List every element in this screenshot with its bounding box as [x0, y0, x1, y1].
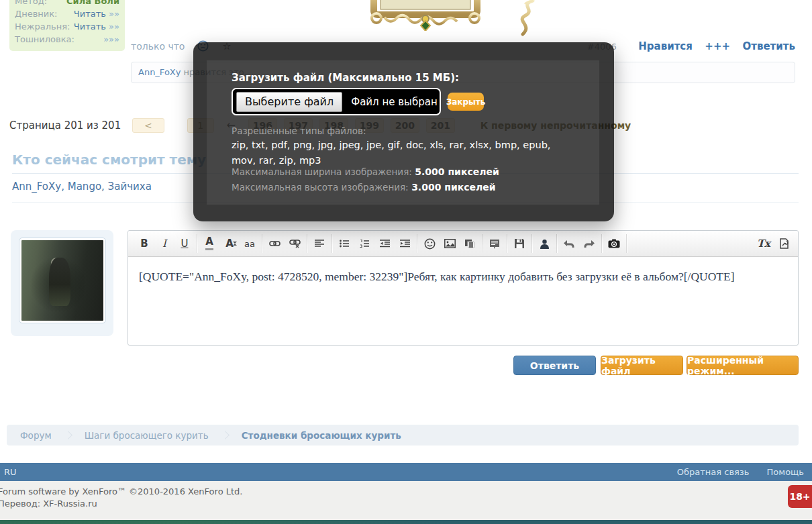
- method-label: Метод:: [15, 0, 47, 7]
- ordered-list-button[interactable]: [354, 234, 374, 253]
- prev-page-button[interactable]: <: [132, 118, 164, 133]
- unordered-list-button[interactable]: [334, 234, 354, 253]
- reply-avatar-panel: [11, 230, 113, 336]
- smilies-button[interactable]: [419, 234, 440, 253]
- save-draft-button[interactable]: [509, 234, 529, 253]
- upload-file-button[interactable]: Загрузить файл: [601, 356, 683, 375]
- nezhralnya-read-link[interactable]: Читать: [74, 21, 106, 32]
- redo-button[interactable]: [579, 234, 599, 253]
- bottom-blue-bar: RU Обратная связь Помощь: [0, 463, 812, 481]
- max-width-value: 5.000 пикселей: [415, 166, 499, 177]
- alignment-button[interactable]: [309, 234, 329, 253]
- max-height-value: 3.000 пикселей: [411, 182, 496, 193]
- person-icon: [540, 239, 550, 249]
- allowed-types-label: Разрешённые типы файлов:: [232, 125, 366, 136]
- film-icon: [464, 239, 475, 249]
- remove-formatting-button[interactable]: Tx: [754, 234, 774, 253]
- max-width-label: Максимальная ширина изображения:: [232, 166, 412, 177]
- wrench-page-icon: [779, 238, 789, 249]
- indent-icon: [400, 240, 410, 248]
- quote-icon: [489, 239, 500, 249]
- reply-button[interactable]: Ответить: [513, 356, 596, 375]
- toshnilovka-label: Тошниловка:: [15, 33, 74, 46]
- indent-button[interactable]: [395, 234, 415, 253]
- feedback-link[interactable]: Обратная связь: [677, 467, 750, 477]
- insert-media-button[interactable]: [460, 234, 480, 253]
- method-value: Сила Воли: [66, 0, 119, 7]
- teal-bottom-bar: [0, 520, 812, 524]
- bbcode-source-button[interactable]: [774, 234, 794, 253]
- bullet-list-icon: [340, 240, 349, 248]
- bold-button[interactable]: B: [134, 234, 154, 253]
- no-file-chosen-label: Файл не выбран: [351, 96, 437, 108]
- text-color-button[interactable]: A: [199, 234, 219, 253]
- editor-toolbar: B I U A A aa: [128, 231, 798, 257]
- diary-arrows: »»: [109, 9, 119, 19]
- reply-link[interactable]: Ответить: [743, 40, 796, 52]
- diary-read-link[interactable]: Читать: [74, 9, 106, 19]
- language-selector[interactable]: RU: [4, 467, 17, 477]
- smiley-icon: [424, 238, 436, 250]
- forum-page: Метод: Сила Воли Дневник: Читать »» Нежр…: [0, 0, 812, 524]
- redo-icon: [583, 239, 595, 248]
- age-18-badge: 18+: [788, 485, 812, 508]
- font-family-button[interactable]: aa: [240, 234, 260, 253]
- link-icon: [269, 240, 281, 248]
- align-icon: [315, 240, 324, 248]
- file-input[interactable]: Выберите файл Файл не выбран: [232, 88, 441, 115]
- diary-label: Дневник:: [15, 7, 58, 20]
- liker-username-link[interactable]: Ann_FoXy: [138, 67, 181, 77]
- close-dialog-button[interactable]: Закрыть: [448, 93, 484, 111]
- avatar[interactable]: [19, 238, 105, 323]
- like-link[interactable]: Нравится: [638, 40, 693, 52]
- image-icon: [444, 239, 456, 248]
- camera-icon: [608, 239, 620, 248]
- unlink-icon: [289, 239, 301, 248]
- numbered-list-icon: [360, 240, 369, 248]
- italic-button[interactable]: I: [154, 234, 174, 253]
- insert-image-button[interactable]: [440, 234, 460, 253]
- toshnilovka-arrows: »»»: [103, 33, 119, 46]
- breadcrumb: Форум Шаги бросающего курить Стодневки б…: [7, 425, 799, 446]
- undo-icon: [563, 239, 575, 248]
- max-height-label: Максимальная высота изображения:: [232, 182, 409, 193]
- upload-file-dialog: Загрузить файл (Максимально 15 МБ): Выбе…: [193, 42, 614, 221]
- outdent-icon: [380, 240, 390, 248]
- post-timestamp: только что: [131, 41, 185, 52]
- page-counter-label: Страница 201 из 201: [9, 119, 121, 132]
- breadcrumb-current[interactable]: Стодневки бросающих курить: [228, 430, 415, 441]
- editor-textarea[interactable]: [QUOTE="Ann_FoXy, post: 4728520, member:…: [128, 257, 798, 350]
- user-card-row-nezhralnya: Нежральня: Читать »»: [15, 20, 119, 33]
- underline-button[interactable]: U: [174, 234, 195, 253]
- choose-file-button[interactable]: Выберите файл: [236, 92, 342, 112]
- gold-swirl-decoration: [511, 0, 542, 36]
- reply-actions-row: Ответить Загрузить файл Расширенный режи…: [128, 356, 799, 376]
- advanced-mode-button[interactable]: Расширенный режим...: [687, 356, 799, 375]
- user-info-card: Метод: Сила Воли Дневник: Читать »» Нежр…: [9, 0, 125, 51]
- floppy-save-icon: [514, 238, 525, 249]
- translation-text: Перевод: XF-Russia.ru: [0, 499, 97, 509]
- font-size-button[interactable]: A: [219, 234, 240, 253]
- breadcrumb-forum[interactable]: Форум: [7, 430, 65, 441]
- footer: Forum software by XenForo™ ©2010-2016 Xe…: [0, 481, 812, 520]
- nezhralnya-label: Нежральня:: [15, 20, 70, 33]
- multiquote-link[interactable]: +++: [705, 40, 730, 52]
- breadcrumb-section[interactable]: Шаги бросающего курить: [71, 430, 222, 441]
- insert-link-button[interactable]: [264, 234, 285, 253]
- allowed-types-list: zip, txt, pdf, png, jpg, jpeg, jpe, gif,…: [232, 138, 577, 168]
- undo-button[interactable]: [559, 234, 579, 253]
- nezhralnya-arrows: »»: [109, 21, 119, 32]
- tag-user-button[interactable]: [534, 234, 554, 253]
- screenshot-button[interactable]: [604, 234, 624, 253]
- reply-editor: B I U A A aa: [128, 230, 799, 346]
- dialog-title: Загрузить файл (Максимально 15 МБ):: [232, 72, 459, 84]
- quote-button[interactable]: [485, 234, 505, 253]
- help-link[interactable]: Помощь: [767, 467, 804, 477]
- copyright-text: Forum software by XenForo™ ©2010-2016 Xe…: [0, 486, 242, 496]
- user-card-row-diary: Дневник: Читать »»: [15, 7, 119, 20]
- user-card-row-method: Метод: Сила Воли: [15, 0, 119, 7]
- user-card-row-toshnilovka: Тошниловка: »»»: [15, 33, 119, 46]
- outdent-button[interactable]: [374, 234, 395, 253]
- gold-ornate-frame-decoration: [366, 0, 485, 31]
- unlink-button[interactable]: [285, 234, 305, 253]
